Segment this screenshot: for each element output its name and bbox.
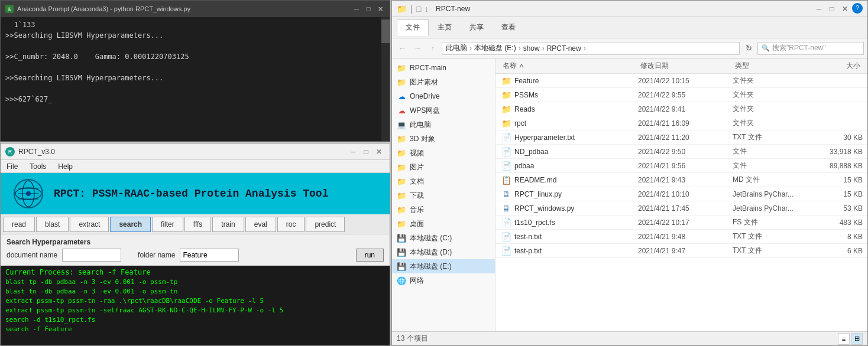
sidebar-item-drive-d[interactable]: 💾 本地磁盘 (D:) — [392, 245, 495, 259]
fe-col-header-date[interactable]: 修改日期 — [638, 61, 733, 71]
file-size-readme: 15 KB — [815, 176, 863, 184]
fe-search-box[interactable]: 🔍 搜索"RPCT-new" — [757, 42, 864, 55]
rpct-logo — [12, 178, 44, 210]
table-row[interactable]: 📄 pdbaa 2021/4/21 9:56 文件 89,888 KB — [495, 159, 867, 173]
fe-view-list-button[interactable]: ≡ — [838, 333, 850, 345]
sidebar-item-this-pc[interactable]: 💻 此电脑 — [392, 117, 495, 132]
tab-blast[interactable]: blast — [36, 217, 69, 232]
fe-ribbon-tab-share[interactable]: 共享 — [461, 19, 493, 36]
rpct-maximize-button[interactable]: □ — [360, 146, 372, 158]
terminal-minimize-button[interactable]: ─ — [352, 4, 361, 14]
tab-extract[interactable]: extract — [70, 217, 109, 232]
process-line-4: extract pssm-tp pssm-tn -selfraac AGST-R… — [5, 306, 385, 315]
file-date-reads: 2021/4/22 9:41 — [638, 105, 733, 113]
fe-path-show[interactable]: show — [523, 44, 540, 53]
table-row[interactable]: 🖥 RPCT_windows.py 2021/4/21 17:45 JetBra… — [495, 201, 867, 216]
sidebar-item-music[interactable]: 📁 音乐 — [392, 203, 495, 217]
fe-maximize-button[interactable]: □ — [826, 3, 838, 15]
rpct-window-controls: ─ □ ✕ — [347, 146, 385, 158]
rpct-process-area: Current Process: search -f Feature blast… — [1, 266, 390, 345]
fe-path-arrow-3: › — [542, 44, 545, 53]
tab-filter[interactable]: filter — [152, 217, 183, 232]
sidebar-item-docs[interactable]: 📁 文档 — [392, 174, 495, 188]
fe-search-icon: 🔍 — [762, 44, 770, 52]
fe-up-button[interactable]: ↑ — [426, 42, 439, 55]
fe-col-header-name[interactable]: 名称 ∧ — [500, 61, 638, 71]
fe-col-header-size[interactable]: 大小 — [815, 61, 863, 71]
fe-address-path[interactable]: 此电脑 › 本地磁盘 (E:) › show › RPCT-new › — [442, 42, 740, 55]
sidebar-item-rpct-main[interactable]: 📁 RPCT-main — [392, 61, 495, 75]
file-type-test-n: TXT 文件 — [733, 231, 815, 241]
terminal-titlebar-left: ⊞ Anaconda Prompt (Anaconda3) - python R… — [5, 5, 190, 13]
table-row[interactable]: 📁 Feature 2021/4/22 10:15 文件夹 — [495, 74, 867, 88]
fe-path-computer[interactable]: 此电脑 — [446, 43, 467, 53]
table-row[interactable]: 📁 PSSMs 2021/4/22 9:55 文件夹 — [495, 88, 867, 102]
sidebar-item-desktop[interactable]: 📁 桌面 — [392, 217, 495, 231]
terminal-scrollbar[interactable] — [381, 17, 390, 141]
fe-refresh-button[interactable]: ↻ — [742, 42, 755, 55]
rpct-doc-input[interactable] — [62, 249, 121, 262]
table-row[interactable]: 📄 test-p.txt 2021/4/21 9:47 TXT 文件 6 KB — [495, 244, 867, 258]
sidebar-item-images[interactable]: 📁 图片 — [392, 160, 495, 174]
file-type-reads: 文件夹 — [733, 104, 815, 114]
file-name-pdbaa: pdbaa — [514, 162, 638, 170]
rpct-close-button[interactable]: ✕ — [373, 146, 385, 158]
table-row[interactable]: 📋 README.md 2021/4/21 9:43 MD 文件 15 KB — [495, 173, 867, 187]
tab-predict[interactable]: predict — [306, 217, 345, 232]
process-line-2: blast tn -db pdbaa -n 3 -ev 0.001 -o pss… — [5, 287, 385, 296]
sidebar-item-downloads[interactable]: 📁 下载 — [392, 188, 495, 203]
table-row[interactable]: 📄 ND_pdbaa 2021/4/22 9:50 文件 33,918 KB — [495, 145, 867, 159]
sidebar-item-3d[interactable]: 📁 3D 对象 — [392, 132, 495, 146]
fe-help-button[interactable]: ? — [852, 3, 863, 14]
file-type-test-p: TXT 文件 — [733, 246, 815, 256]
sidebar-label-pics: 图片素材 — [410, 77, 438, 87]
rpct-minimize-button[interactable]: ─ — [347, 146, 359, 158]
table-row[interactable]: 📄 test-n.txt 2021/4/21 9:48 TXT 文件 8 KB — [495, 230, 867, 244]
tab-read[interactable]: read — [3, 217, 35, 232]
tab-eval[interactable]: eval — [245, 217, 276, 232]
sidebar-drive-icon-e: 💾 — [397, 262, 406, 271]
fe-back-button[interactable]: ← — [396, 42, 409, 55]
file-icon-rpct-windows: 🖥 — [500, 203, 512, 214]
sidebar-drive-icon-c: 💾 — [397, 233, 406, 243]
fe-close-button[interactable]: ✕ — [839, 3, 851, 15]
sidebar-item-wps[interactable]: ☁ WPS网盘 — [392, 103, 495, 117]
table-row[interactable]: 🖥 RPCT_linux.py 2021/4/21 10:10 JetBrain… — [495, 187, 867, 201]
rpct-run-button[interactable]: run — [356, 249, 384, 262]
tab-fffs[interactable]: fffs — [184, 217, 212, 232]
rpct-menu-help[interactable]: Help — [56, 161, 75, 172]
terminal-maximize-button[interactable]: □ — [364, 4, 373, 14]
table-row[interactable]: 📄 t1s10_rpct.fs 2021/4/22 10:17 FS 文件 48… — [495, 216, 867, 230]
rpct-menu-tools[interactable]: Tools — [27, 161, 48, 172]
fe-path-rpct[interactable]: RPCT-new — [547, 44, 581, 53]
table-row[interactable]: 📄 Hyperparameter.txt 2021/4/22 11:20 TXT… — [495, 130, 867, 145]
sidebar-item-drive-c[interactable]: 💾 本地磁盘 (C:) — [392, 231, 495, 245]
file-icon-nd-pdbaa: 📄 — [500, 146, 512, 158]
file-icon-t1s10: 📄 — [500, 217, 512, 229]
tab-train[interactable]: train — [212, 217, 244, 232]
fe-minimize-button[interactable]: ─ — [813, 3, 825, 15]
fe-ribbon-tab-view[interactable]: 查看 — [493, 19, 524, 36]
file-date-readme: 2021/4/21 9:43 — [638, 176, 733, 184]
file-icon-reads: 📁 — [500, 103, 512, 115]
tab-search[interactable]: search — [110, 217, 151, 232]
sidebar-label-drive-e: 本地磁盘 (E:) — [410, 262, 452, 272]
terminal-close-button[interactable]: ✕ — [375, 4, 385, 14]
sidebar-item-pics[interactable]: 📁 图片素材 — [392, 75, 495, 89]
sidebar-item-video[interactable]: 📁 视频 — [392, 146, 495, 160]
fe-forward-button[interactable]: → — [411, 42, 424, 55]
rpct-menu-file[interactable]: File — [4, 161, 20, 172]
fe-path-drive[interactable]: 本地磁盘 (E:) — [474, 43, 516, 53]
fe-path-arrow-2: › — [519, 44, 521, 53]
table-row[interactable]: 📁 rpct 2021/4/21 16:09 文件夹 — [495, 116, 867, 130]
sidebar-item-network[interactable]: 🌐 网络 — [392, 273, 495, 288]
table-row[interactable]: 📁 Reads 2021/4/22 9:41 文件夹 — [495, 102, 867, 116]
fe-view-details-button[interactable]: ⊞ — [851, 333, 863, 345]
fe-ribbon-tab-home[interactable]: 主页 — [429, 19, 461, 36]
tab-roc[interactable]: roc — [277, 217, 305, 232]
fe-ribbon-tab-file[interactable]: 文件 — [397, 19, 429, 36]
fe-col-header-type[interactable]: 类型 — [733, 61, 815, 71]
rpct-folder-input[interactable] — [180, 249, 239, 262]
sidebar-item-drive-e[interactable]: 💾 本地磁盘 (E:) — [392, 259, 495, 273]
sidebar-item-onedrive[interactable]: ☁ OneDrive — [392, 89, 495, 103]
